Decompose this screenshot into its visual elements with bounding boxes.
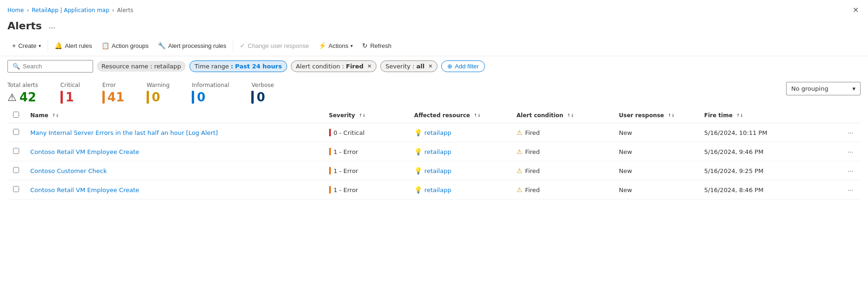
condition-sort-icon[interactable]: ↑↓	[567, 113, 574, 118]
page-menu-button[interactable]: ...	[46, 20, 58, 32]
alert-name-link[interactable]: Contoso Retail VM Employee Create	[30, 148, 139, 155]
severity-filter-pill[interactable]: Severity : all ✕	[380, 60, 437, 72]
grouping-select[interactable]: No grouping ▾	[786, 82, 861, 95]
severity-filter-close[interactable]: ✕	[428, 63, 432, 69]
row-resource: 💡 retailapp	[409, 123, 511, 142]
row-resource: 💡 retailapp	[409, 180, 511, 200]
row-checkbox[interactable]	[13, 129, 19, 135]
breadcrumb-home[interactable]: Home	[7, 7, 24, 13]
row-checkbox[interactable]	[13, 186, 19, 192]
refresh-icon: ↻	[362, 42, 368, 49]
header-name[interactable]: Name ↑↓	[25, 108, 323, 123]
row-more-actions-button[interactable]: ···	[846, 147, 855, 156]
breadcrumb-current: Alerts	[117, 7, 134, 13]
time-range-filter-pill[interactable]: Time range : Past 24 hours	[189, 60, 287, 72]
info-bar	[192, 91, 194, 104]
search-input[interactable]	[23, 63, 88, 70]
row-checkbox-cell[interactable]	[7, 123, 25, 142]
row-more-actions-button[interactable]: ···	[846, 128, 855, 137]
severity-sort-icon[interactable]: ↑↓	[359, 113, 366, 118]
alert-name-link[interactable]: Contoso Customer Check	[30, 167, 107, 174]
search-box[interactable]: 🔍	[7, 60, 93, 73]
name-sort-icon[interactable]: ↑↓	[52, 113, 59, 118]
row-checkbox[interactable]	[13, 148, 19, 154]
resource-sort-icon[interactable]: ↑↓	[474, 113, 481, 118]
alert-condition-filter-pill[interactable]: Alert condition : Fired ✕	[291, 60, 377, 72]
grouping-container: No grouping ▾	[786, 82, 861, 95]
stats-container: Total alerts ⚠️ 42 Critical 1 Error 41 W…	[0, 76, 868, 108]
header-resource[interactable]: Affected resource ↑↓	[409, 108, 511, 123]
header-severity[interactable]: Severity ↑↓	[323, 108, 409, 123]
verbose-bar	[251, 91, 254, 104]
select-all-checkbox[interactable]	[13, 112, 19, 118]
stat-error: Error 41	[102, 82, 124, 104]
close-button[interactable]: ✕	[851, 4, 861, 16]
resource-link[interactable]: 💡 retailapp	[414, 129, 505, 136]
condition-warning-icon: ⚠	[517, 129, 523, 136]
row-name: Contoso Retail VM Employee Create	[25, 142, 323, 161]
resource-link[interactable]: 💡 retailapp	[414, 167, 505, 174]
row-condition: ⚠ Fired	[511, 161, 613, 180]
condition-warning-icon: ⚠	[517, 167, 523, 174]
row-condition: ⚠ Fired	[511, 123, 613, 142]
critical-bar	[61, 91, 63, 104]
plus-icon: +	[12, 42, 16, 49]
row-response: New	[613, 123, 699, 142]
warning-bar	[147, 91, 149, 104]
resource-icon: 💡	[414, 186, 422, 193]
row-severity: 1 - Error	[323, 142, 409, 161]
row-name: Contoso Customer Check	[25, 161, 323, 180]
actions-button[interactable]: ⚡ Actions ▾	[314, 39, 358, 52]
row-more-actions-button[interactable]: ···	[846, 166, 855, 175]
resource-icon: 💡	[414, 148, 422, 155]
row-actions-cell: ···	[827, 142, 861, 161]
row-severity: 0 - Critical	[323, 123, 409, 142]
alert-name-link[interactable]: Many Internal Server Errors in the last …	[30, 129, 218, 136]
resource-link[interactable]: 💡 retailapp	[414, 186, 505, 193]
row-firetime: 5/16/2024, 10:11 PM	[699, 123, 827, 142]
severity-indicator	[329, 167, 331, 174]
alert-rules-icon: 🔔	[54, 42, 62, 49]
alert-processing-rules-button[interactable]: 🔧 Alert processing rules	[153, 39, 231, 52]
row-firetime: 5/16/2024, 9:25 PM	[699, 161, 827, 180]
action-groups-button[interactable]: 📋 Action groups	[97, 39, 154, 52]
header-firetime[interactable]: Fire time ↑↓	[699, 108, 827, 123]
header-response[interactable]: User response ↑↓	[613, 108, 699, 123]
row-response: New	[613, 142, 699, 161]
breadcrumb-app[interactable]: RetailApp | Application map	[32, 7, 109, 13]
condition-warning-icon: ⚠	[517, 186, 523, 193]
alert-name-link[interactable]: Contoso Retail VM Employee Create	[30, 187, 139, 193]
row-name: Many Internal Server Errors in the last …	[25, 123, 323, 142]
alerts-table-container: Name ↑↓ Severity ↑↓ Affected resource ↑↓…	[0, 108, 868, 200]
row-resource: 💡 retailapp	[409, 142, 511, 161]
top-bar: Home › RetailApp | Application map › Ale…	[0, 0, 868, 16]
alert-rules-button[interactable]: 🔔 Alert rules	[50, 39, 97, 52]
header-condition[interactable]: Alert condition ↑↓	[511, 108, 613, 123]
row-firetime: 5/16/2024, 8:46 PM	[699, 180, 827, 200]
page-title: Alerts	[7, 20, 42, 32]
create-button[interactable]: + Create ▾	[7, 39, 46, 52]
refresh-button[interactable]: ↻ Refresh	[357, 39, 396, 52]
resource-filter-pill[interactable]: Resource name : retailapp	[97, 61, 186, 72]
condition-filter-close[interactable]: ✕	[367, 63, 371, 69]
row-checkbox-cell[interactable]	[7, 161, 25, 180]
toolbar: + Create ▾ 🔔 Alert rules 📋 Action groups…	[0, 37, 868, 56]
error-bar	[102, 91, 105, 104]
actions-chevron-icon: ▾	[350, 43, 353, 48]
table-header-row: Name ↑↓ Severity ↑↓ Affected resource ↑↓…	[7, 108, 861, 123]
stat-critical: Critical 1	[61, 82, 80, 104]
firetime-sort-icon[interactable]: ↑↓	[736, 113, 743, 118]
row-checkbox[interactable]	[13, 167, 19, 173]
row-actions-cell: ···	[827, 180, 861, 200]
row-resource: 💡 retailapp	[409, 161, 511, 180]
row-checkbox-cell[interactable]	[7, 142, 25, 161]
row-more-actions-button[interactable]: ···	[846, 185, 855, 194]
check-icon: ✓	[240, 42, 245, 49]
add-filter-button[interactable]: ⊕ Add filter	[441, 60, 484, 72]
change-user-response-button[interactable]: ✓ Change user response	[235, 39, 314, 52]
response-sort-icon[interactable]: ↑↓	[668, 113, 675, 118]
resource-link[interactable]: 💡 retailapp	[414, 148, 505, 155]
row-checkbox-cell[interactable]	[7, 180, 25, 200]
row-response: New	[613, 180, 699, 200]
action-groups-icon: 📋	[101, 42, 109, 49]
